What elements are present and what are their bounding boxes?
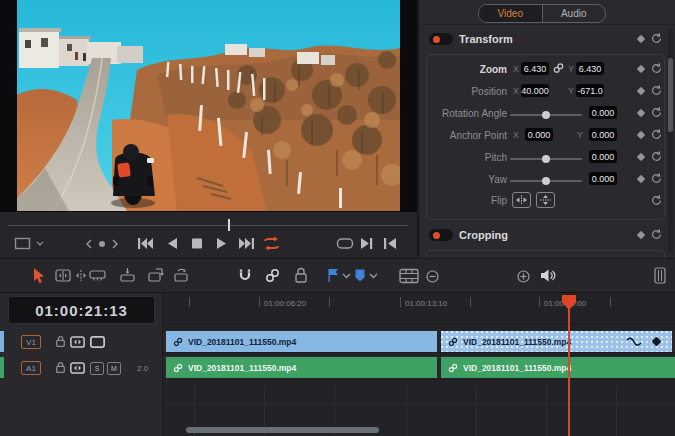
anchor-reset-icon[interactable]	[650, 128, 663, 141]
a1-auto-select-icon[interactable]	[70, 362, 85, 374]
anchor-x-axis: X	[513, 130, 519, 140]
zoom-y-axis: Y	[568, 64, 574, 74]
flip-label: Flip	[427, 195, 507, 206]
inspector-scrollbar-thumb[interactable]	[668, 58, 673, 132]
timeline-ruler[interactable]	[163, 293, 675, 325]
pitch-value[interactable]: 0.000	[589, 150, 617, 163]
play-reverse-button[interactable]	[166, 237, 179, 250]
zoom-reset-icon[interactable]	[650, 62, 663, 75]
a1-lock-icon[interactable]	[55, 361, 66, 374]
inspector-scrollbar[interactable]	[668, 28, 673, 253]
loop-range-button[interactable]	[336, 237, 354, 250]
scrubber-playhead[interactable]	[228, 219, 230, 231]
skip-end-button[interactable]	[238, 237, 255, 250]
a1-mute-button[interactable]: M	[107, 362, 121, 375]
tab-video[interactable]: Video	[479, 5, 543, 22]
tab-audio-label: Audio	[561, 8, 587, 19]
cropping-keyframe-icon[interactable]	[637, 231, 645, 239]
video-clip-selected[interactable]: VID_20181101_111550.mp4	[441, 331, 672, 352]
v1-enable-icon[interactable]	[90, 336, 105, 348]
clip-link-icon	[173, 363, 183, 373]
pitch-reset-icon[interactable]	[650, 150, 663, 163]
selection-mode-button[interactable]	[32, 267, 46, 284]
position-x-value[interactable]: 40.000	[521, 84, 549, 97]
flag-dropdown-chevron-icon[interactable]	[342, 273, 351, 279]
ruler-tick	[470, 297, 471, 307]
viewer-scrubber[interactable]	[8, 218, 408, 232]
mixer-button[interactable]	[654, 267, 666, 284]
retime-curve-icon[interactable]	[626, 337, 642, 347]
timeline-hscrollbar-thumb[interactable]	[186, 427, 379, 433]
timeline-view-options-button[interactable]	[399, 268, 419, 284]
zoom-label: Zoom	[427, 64, 507, 75]
insert-clip-button[interactable]	[119, 268, 136, 283]
playhead-line[interactable]	[568, 303, 570, 436]
skip-start-button[interactable]	[137, 237, 154, 250]
link-xy-icon[interactable]	[553, 62, 564, 74]
a1-track-color-strip	[0, 357, 4, 378]
mute-label: M	[111, 365, 117, 372]
ruler-tick	[259, 297, 260, 307]
speaker-icon[interactable]	[540, 268, 556, 283]
flip-horizontal-button[interactable]	[512, 192, 531, 208]
rotation-value[interactable]: 0.000	[589, 106, 617, 119]
transform-reset-icon[interactable]	[650, 32, 663, 45]
snapping-button[interactable]	[237, 268, 253, 284]
marker-dropdown-chevron-icon[interactable]	[369, 273, 378, 279]
zoom-x-value[interactable]: 6.430	[521, 62, 549, 75]
linked-selection-button[interactable]	[265, 268, 280, 283]
transform-keyframe-icon[interactable]	[637, 35, 645, 43]
timecode-display[interactable]: 01:00:21:13	[8, 296, 155, 324]
yaw-slider-handle[interactable]	[542, 177, 550, 185]
v1-lock-icon[interactable]	[55, 335, 66, 348]
zoom-in-button[interactable]	[517, 270, 530, 283]
clip-name: VID_20181101_111550.mp4	[188, 337, 296, 347]
clip-keyframe-icon[interactable]	[652, 337, 662, 347]
rotation-reset-icon[interactable]	[650, 106, 663, 119]
position-y-axis: Y	[568, 86, 574, 96]
transform-enable-toggle[interactable]	[429, 33, 453, 45]
transform-overlay-button[interactable]	[14, 236, 46, 252]
jog-shuttle-control[interactable]	[86, 238, 118, 250]
audio-clip[interactable]: VID_20181101_111550.mp4	[166, 357, 437, 378]
zoom-out-button[interactable]	[426, 270, 439, 283]
overwrite-clip-button[interactable]	[147, 268, 164, 283]
audio-clip[interactable]: VID_20181101_111550.mp4	[441, 357, 675, 378]
dynamic-trim-mode-button[interactable]	[73, 269, 89, 282]
v1-auto-select-icon[interactable]	[70, 336, 85, 348]
position-reset-icon[interactable]	[650, 84, 663, 97]
marker-button[interactable]	[354, 268, 366, 283]
video-clip[interactable]: VID_20181101_111550.mp4	[166, 331, 437, 352]
flip-reset-icon[interactable]	[650, 194, 663, 207]
pitch-slider-handle[interactable]	[542, 155, 550, 163]
timeline-panel: 01:00:21:13 01:00:06:20 01:00:13:10 01:0…	[0, 293, 675, 436]
stop-button[interactable]	[191, 237, 203, 250]
goto-in-button[interactable]	[383, 237, 397, 250]
clip-name: VID_20181101_111550.mp4	[188, 363, 296, 373]
a1-track-badge[interactable]: A1	[21, 361, 41, 375]
inspector-panel: Video Audio Transform Zoom X 6.430 Y 6.4…	[417, 0, 675, 257]
play-button[interactable]	[215, 237, 228, 250]
zoom-y-value[interactable]: 6.430	[576, 62, 604, 75]
rotation-slider-handle[interactable]	[542, 111, 550, 119]
cropping-reset-icon[interactable]	[650, 228, 663, 241]
blade-edit-mode-button[interactable]	[89, 269, 106, 282]
flip-vertical-button[interactable]	[536, 192, 555, 208]
replace-clip-button[interactable]	[173, 268, 190, 283]
tab-audio[interactable]: Audio	[543, 5, 606, 22]
yaw-reset-icon[interactable]	[650, 172, 663, 185]
v1-track-badge[interactable]: V1	[21, 335, 41, 349]
yaw-value[interactable]: 0.000	[589, 172, 617, 185]
a1-solo-button[interactable]: S	[90, 362, 104, 375]
flag-button[interactable]	[326, 268, 339, 283]
position-lock-button[interactable]	[294, 267, 308, 284]
anchor-x-value[interactable]: 0.000	[525, 128, 553, 141]
trim-edit-mode-button[interactable]	[55, 269, 71, 282]
loop-button[interactable]	[262, 236, 281, 251]
ruler-tick	[329, 297, 330, 307]
anchor-y-value[interactable]: 0.000	[589, 128, 617, 141]
position-y-value[interactable]: -671.0	[576, 84, 604, 97]
cropping-enable-toggle[interactable]	[429, 229, 453, 241]
flip-vertical-icon	[538, 194, 553, 206]
play-to-end-button[interactable]	[360, 237, 374, 250]
